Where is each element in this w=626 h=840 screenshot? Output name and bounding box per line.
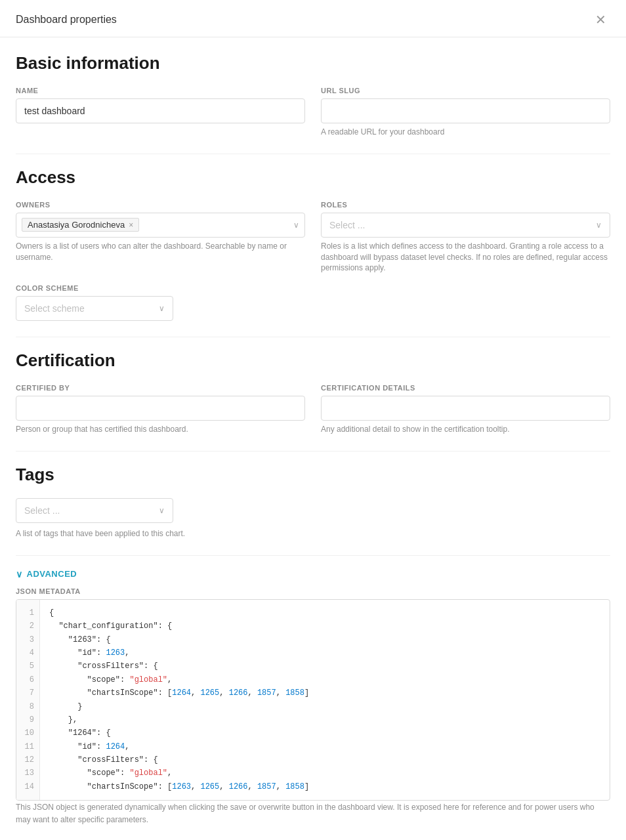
access-section: Access OWNERS Anastasiya Gorodnicheva × …	[16, 167, 610, 321]
roles-col: ROLES Select ... ∨ Roles is a list which…	[321, 201, 610, 274]
color-scheme-select[interactable]: Select scheme ∨	[16, 296, 173, 321]
name-label: NAME	[16, 87, 305, 94]
tags-chevron-icon: ∨	[159, 506, 165, 515]
url-slug-input[interactable]	[321, 98, 610, 123]
access-title: Access	[16, 167, 610, 188]
name-url-row: NAME URL SLUG A readable URL for your da…	[16, 87, 610, 138]
url-slug-col: URL SLUG A readable URL for your dashboa…	[321, 87, 610, 138]
basic-information-title: Basic information	[16, 53, 610, 74]
modal-header: Dashboard properties ✕	[0, 0, 626, 37]
advanced-section: ∨ ADVANCED JSON METADATA 1 2 3 4 5 6 7 8	[16, 569, 610, 826]
url-slug-hint: A readable URL for your dashboard	[321, 127, 610, 138]
certification-details-label: CERTIFICATION DETAILS	[321, 384, 610, 392]
json-content[interactable]: { "chart_configuration": { "1263": { "id…	[40, 600, 610, 800]
name-input[interactable]	[16, 98, 305, 123]
certification-title: Certification	[16, 350, 610, 371]
owners-chevron-icon: ∨	[293, 220, 299, 230]
json-editor[interactable]: 1 2 3 4 5 6 7 8 9 10 11 12 13 14	[16, 599, 610, 801]
owner-chip-label: Anastasiya Gorodnicheva	[28, 220, 125, 230]
advanced-chevron-icon: ∨	[16, 569, 23, 579]
owners-roles-row: OWNERS Anastasiya Gorodnicheva × ∨ Owner…	[16, 201, 610, 274]
certified-by-input[interactable]	[16, 396, 305, 421]
owner-chip: Anastasiya Gorodnicheva ×	[22, 218, 139, 232]
tags-title: Tags	[16, 465, 610, 485]
certified-by-col: CERTIFIED BY Person or group that has ce…	[16, 384, 305, 435]
advanced-toggle-label: ADVANCED	[27, 569, 77, 579]
certified-by-hint: Person or group that has certified this …	[16, 424, 305, 435]
color-scheme-col: COLOR SCHEME Select scheme ∨	[16, 284, 173, 321]
advanced-toggle-button[interactable]: ∨ ADVANCED	[16, 569, 77, 579]
roles-chevron-icon: ∨	[596, 220, 602, 230]
tags-hint: A list of tags that have been applied to…	[16, 528, 610, 539]
owners-label: OWNERS	[16, 201, 305, 209]
certification-details-hint: Any additional detail to show in the cer…	[321, 424, 610, 435]
json-hint: This JSON object is generated dynamicall…	[16, 803, 595, 824]
basic-information-section: Basic information NAME URL SLUG A readab…	[16, 53, 610, 138]
tags-select[interactable]: Select ... ∨	[16, 498, 173, 523]
tags-placeholder: Select ...	[24, 505, 159, 516]
certification-details-input[interactable]	[321, 396, 610, 421]
roles-select[interactable]: Select ... ∨	[321, 213, 610, 238]
dashboard-properties-modal: Dashboard properties ✕ Basic information…	[0, 0, 626, 840]
tags-select-wrapper: Select ... ∨	[16, 498, 173, 523]
owners-select[interactable]: Anastasiya Gorodnicheva × ∨	[16, 213, 305, 238]
json-line-numbers: 1 2 3 4 5 6 7 8 9 10 11 12 13 14	[16, 600, 40, 800]
section-divider-1	[16, 154, 610, 154]
advanced-content: JSON METADATA 1 2 3 4 5 6 7 8 9 10 11	[16, 587, 610, 826]
certification-details-col: CERTIFICATION DETAILS Any additional det…	[321, 384, 610, 435]
roles-label: ROLES	[321, 201, 610, 209]
section-divider-4	[16, 555, 610, 556]
section-divider-2	[16, 337, 610, 337]
name-col: NAME	[16, 87, 305, 138]
owners-col: OWNERS Anastasiya Gorodnicheva × ∨ Owner…	[16, 201, 305, 274]
url-slug-label: URL SLUG	[321, 87, 610, 94]
roles-hint: Roles is a list which defines access to …	[321, 241, 610, 274]
color-scheme-placeholder: Select scheme	[24, 303, 159, 314]
remove-owner-icon[interactable]: ×	[129, 221, 133, 229]
modal-title: Dashboard properties	[16, 14, 117, 26]
color-scheme-chevron-icon: ∨	[159, 304, 165, 313]
certified-by-label: CERTIFIED BY	[16, 384, 305, 392]
certification-section: Certification CERTIFIED BY Person or gro…	[16, 350, 610, 435]
tags-section: Tags Select ... ∨ A list of tags that ha…	[16, 465, 610, 539]
modal-body: Basic information NAME URL SLUG A readab…	[0, 37, 626, 840]
close-button[interactable]: ✕	[591, 12, 610, 28]
json-metadata-label: JSON METADATA	[16, 587, 610, 595]
roles-placeholder: Select ...	[329, 220, 596, 230]
color-scheme-row: COLOR SCHEME Select scheme ∨	[16, 284, 610, 321]
section-divider-3	[16, 451, 610, 452]
certified-by-details-row: CERTIFIED BY Person or group that has ce…	[16, 384, 610, 435]
owners-hint: Owners is a list of users who can alter …	[16, 241, 305, 263]
color-scheme-label: COLOR SCHEME	[16, 284, 173, 292]
